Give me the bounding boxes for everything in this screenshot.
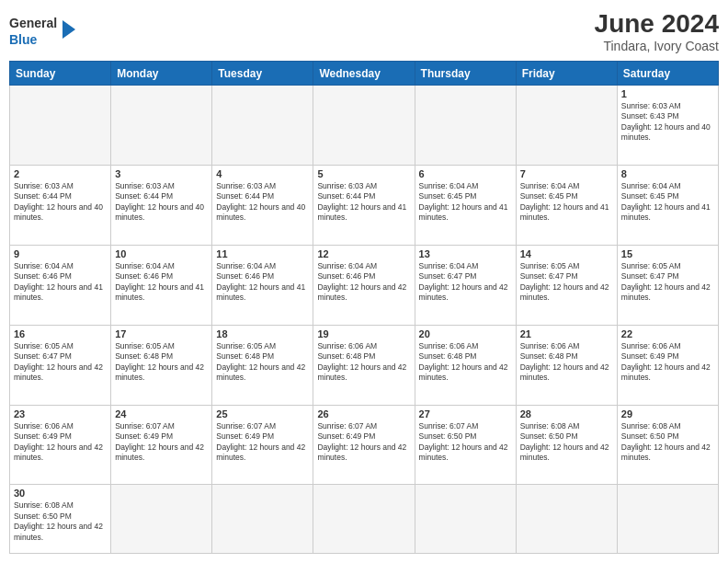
day-info: Sunrise: 6:03 AMSunset: 6:43 PMDaylight:… bbox=[621, 101, 711, 142]
svg-text:General: General bbox=[9, 16, 57, 30]
table-row: 11 Sunrise: 6:04 AMSunset: 6:46 PMDaylig… bbox=[212, 245, 313, 325]
day-info: Sunrise: 6:03 AMSunset: 6:44 PMDaylight:… bbox=[115, 181, 204, 222]
day-number: 3 bbox=[115, 168, 208, 179]
day-info: Sunrise: 6:05 AMSunset: 6:47 PMDaylight:… bbox=[621, 261, 711, 302]
day-info: Sunrise: 6:03 AMSunset: 6:44 PMDaylight:… bbox=[317, 181, 406, 222]
table-row bbox=[415, 485, 516, 554]
table-row: 29 Sunrise: 6:08 AMSunset: 6:50 PMDaylig… bbox=[617, 405, 718, 485]
day-number: 25 bbox=[216, 408, 309, 419]
day-info: Sunrise: 6:06 AMSunset: 6:49 PMDaylight:… bbox=[14, 421, 103, 462]
calendar-table: Sunday Monday Tuesday Wednesday Thursday… bbox=[9, 61, 719, 554]
table-row: 10 Sunrise: 6:04 AMSunset: 6:46 PMDaylig… bbox=[111, 245, 212, 325]
day-number: 2 bbox=[14, 168, 107, 179]
day-number: 19 bbox=[317, 328, 410, 339]
table-row bbox=[516, 485, 617, 554]
table-row: 5 Sunrise: 6:03 AMSunset: 6:44 PMDayligh… bbox=[313, 165, 415, 245]
logo: General Blue bbox=[9, 9, 83, 51]
table-row: 3 Sunrise: 6:03 AMSunset: 6:44 PMDayligh… bbox=[111, 165, 212, 245]
col-sunday: Sunday bbox=[10, 62, 111, 86]
table-row: 30 Sunrise: 6:08 AMSunset: 6:50 PMDaylig… bbox=[10, 485, 111, 554]
day-number: 9 bbox=[14, 248, 107, 259]
day-number: 30 bbox=[14, 488, 107, 499]
day-info: Sunrise: 6:06 AMSunset: 6:48 PMDaylight:… bbox=[520, 341, 609, 382]
day-info: Sunrise: 6:06 AMSunset: 6:49 PMDaylight:… bbox=[621, 341, 711, 382]
table-row: 23 Sunrise: 6:06 AMSunset: 6:49 PMDaylig… bbox=[10, 405, 111, 485]
svg-marker-1 bbox=[63, 20, 75, 39]
day-number: 27 bbox=[419, 408, 512, 419]
day-info: Sunrise: 6:05 AMSunset: 6:48 PMDaylight:… bbox=[115, 341, 204, 382]
table-row: 25 Sunrise: 6:07 AMSunset: 6:49 PMDaylig… bbox=[212, 405, 313, 485]
day-info: Sunrise: 6:04 AMSunset: 6:46 PMDaylight:… bbox=[14, 261, 103, 302]
table-row: 28 Sunrise: 6:08 AMSunset: 6:50 PMDaylig… bbox=[516, 405, 617, 485]
day-info: Sunrise: 6:04 AMSunset: 6:45 PMDaylight:… bbox=[419, 181, 508, 222]
day-number: 14 bbox=[520, 248, 613, 259]
table-row: 6 Sunrise: 6:04 AMSunset: 6:45 PMDayligh… bbox=[415, 165, 516, 245]
table-row bbox=[212, 485, 313, 554]
col-saturday: Saturday bbox=[617, 62, 718, 86]
day-number: 18 bbox=[216, 328, 309, 339]
day-info: Sunrise: 6:05 AMSunset: 6:48 PMDaylight:… bbox=[216, 341, 305, 382]
day-number: 17 bbox=[115, 328, 208, 339]
table-row: 13 Sunrise: 6:04 AMSunset: 6:47 PMDaylig… bbox=[415, 245, 516, 325]
day-number: 26 bbox=[317, 408, 410, 419]
table-row: 12 Sunrise: 6:04 AMSunset: 6:46 PMDaylig… bbox=[313, 245, 415, 325]
table-row bbox=[617, 485, 718, 554]
day-info: Sunrise: 6:05 AMSunset: 6:47 PMDaylight:… bbox=[520, 261, 609, 302]
table-row: 1 Sunrise: 6:03 AMSunset: 6:43 PMDayligh… bbox=[617, 86, 718, 166]
day-number: 10 bbox=[115, 248, 208, 259]
table-row: 27 Sunrise: 6:07 AMSunset: 6:50 PMDaylig… bbox=[415, 405, 516, 485]
day-info: Sunrise: 6:07 AMSunset: 6:49 PMDaylight:… bbox=[115, 421, 204, 462]
calendar-week-row: 16 Sunrise: 6:05 AMSunset: 6:47 PMDaylig… bbox=[10, 325, 719, 405]
col-monday: Monday bbox=[111, 62, 212, 86]
day-number: 28 bbox=[520, 408, 613, 419]
calendar-week-row: 9 Sunrise: 6:04 AMSunset: 6:46 PMDayligh… bbox=[10, 245, 719, 325]
table-row: 2 Sunrise: 6:03 AMSunset: 6:44 PMDayligh… bbox=[10, 165, 111, 245]
svg-text:Blue: Blue bbox=[9, 32, 38, 47]
day-info: Sunrise: 6:07 AMSunset: 6:49 PMDaylight:… bbox=[216, 421, 305, 462]
day-info: Sunrise: 6:06 AMSunset: 6:48 PMDaylight:… bbox=[317, 341, 406, 382]
col-friday: Friday bbox=[516, 62, 617, 86]
title-block: June 2024 Tindara, Ivory Coast bbox=[595, 9, 719, 53]
col-thursday: Thursday bbox=[415, 62, 516, 86]
col-wednesday: Wednesday bbox=[313, 62, 415, 86]
table-row: 9 Sunrise: 6:04 AMSunset: 6:46 PMDayligh… bbox=[10, 245, 111, 325]
day-number: 6 bbox=[419, 168, 512, 179]
table-row bbox=[313, 86, 415, 166]
day-number: 1 bbox=[621, 88, 714, 99]
day-number: 5 bbox=[317, 168, 410, 179]
location: Tindara, Ivory Coast bbox=[595, 39, 719, 53]
day-number: 15 bbox=[621, 248, 714, 259]
table-row: 22 Sunrise: 6:06 AMSunset: 6:49 PMDaylig… bbox=[617, 325, 718, 405]
table-row: 8 Sunrise: 6:04 AMSunset: 6:45 PMDayligh… bbox=[617, 165, 718, 245]
table-row bbox=[516, 86, 617, 166]
day-info: Sunrise: 6:08 AMSunset: 6:50 PMDaylight:… bbox=[520, 421, 609, 462]
day-info: Sunrise: 6:04 AMSunset: 6:45 PMDaylight:… bbox=[520, 181, 609, 222]
table-row bbox=[313, 485, 415, 554]
day-info: Sunrise: 6:04 AMSunset: 6:46 PMDaylight:… bbox=[317, 261, 406, 302]
table-row: 18 Sunrise: 6:05 AMSunset: 6:48 PMDaylig… bbox=[212, 325, 313, 405]
table-row: 16 Sunrise: 6:05 AMSunset: 6:47 PMDaylig… bbox=[10, 325, 111, 405]
day-info: Sunrise: 6:03 AMSunset: 6:44 PMDaylight:… bbox=[14, 181, 103, 222]
day-number: 13 bbox=[419, 248, 512, 259]
day-info: Sunrise: 6:07 AMSunset: 6:50 PMDaylight:… bbox=[419, 421, 508, 462]
calendar-week-row: 23 Sunrise: 6:06 AMSunset: 6:49 PMDaylig… bbox=[10, 405, 719, 485]
day-number: 4 bbox=[216, 168, 309, 179]
logo-svg: General Blue bbox=[9, 9, 83, 51]
table-row: 21 Sunrise: 6:06 AMSunset: 6:48 PMDaylig… bbox=[516, 325, 617, 405]
table-row: 17 Sunrise: 6:05 AMSunset: 6:48 PMDaylig… bbox=[111, 325, 212, 405]
table-row: 14 Sunrise: 6:05 AMSunset: 6:47 PMDaylig… bbox=[516, 245, 617, 325]
calendar-header-row: Sunday Monday Tuesday Wednesday Thursday… bbox=[10, 62, 719, 86]
day-number: 23 bbox=[14, 408, 107, 419]
day-number: 29 bbox=[621, 408, 714, 419]
table-row bbox=[111, 86, 212, 166]
day-number: 12 bbox=[317, 248, 410, 259]
day-number: 11 bbox=[216, 248, 309, 259]
table-row bbox=[111, 485, 212, 554]
table-row: 7 Sunrise: 6:04 AMSunset: 6:45 PMDayligh… bbox=[516, 165, 617, 245]
month-year: June 2024 bbox=[595, 9, 719, 39]
table-row: 20 Sunrise: 6:06 AMSunset: 6:48 PMDaylig… bbox=[415, 325, 516, 405]
header: General Blue June 2024 Tindara, Ivory Co… bbox=[9, 9, 719, 53]
day-info: Sunrise: 6:07 AMSunset: 6:49 PMDaylight:… bbox=[317, 421, 406, 462]
table-row bbox=[415, 86, 516, 166]
day-number: 7 bbox=[520, 168, 613, 179]
